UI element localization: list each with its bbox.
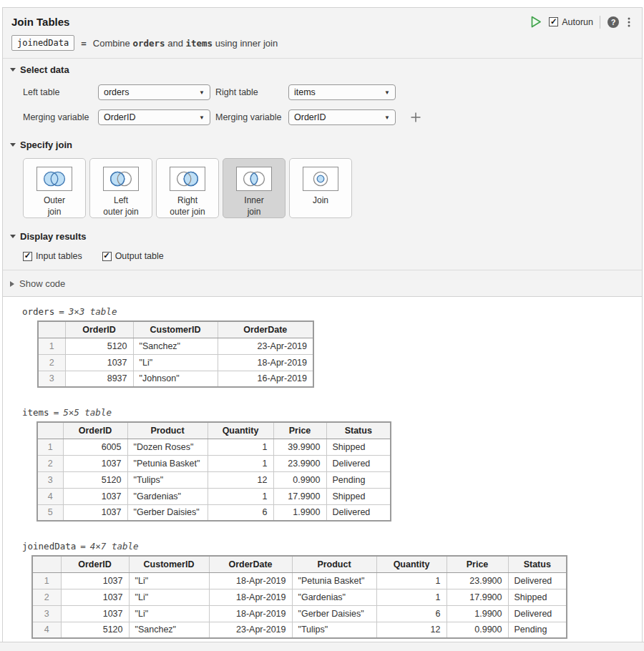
join-type-options: OuterjoinLeftouter joinRightouter joinIn… xyxy=(23,158,633,218)
table-label: orders=3×3 table xyxy=(22,306,642,317)
chevron-down-icon: ▼ xyxy=(384,114,390,121)
venn-icon-box xyxy=(236,167,272,191)
column-header xyxy=(32,556,61,572)
column-header xyxy=(38,321,65,338)
right-table-dropdown[interactable]: items ▼ xyxy=(288,84,396,100)
table-cell: 17.9900 xyxy=(447,589,508,605)
chevron-down-icon: ▼ xyxy=(199,114,205,121)
table-cell: "Li" xyxy=(129,605,209,622)
inner-join-button[interactable]: Innerjoin xyxy=(223,158,286,218)
collapse-triangle-icon xyxy=(10,68,16,72)
autorun-toggle[interactable]: ✓ Autorun xyxy=(549,17,593,27)
column-header: Status xyxy=(508,556,567,572)
chevron-down-icon: ▼ xyxy=(384,89,390,96)
column-header: CustomerID xyxy=(133,321,218,338)
table-cell: 1037 xyxy=(61,589,129,605)
left-merge-dropdown[interactable]: OrderID ▼ xyxy=(98,109,210,125)
task-header: Join Tables ✓ Autorun xyxy=(3,8,642,59)
table-cell: 1037 xyxy=(63,455,127,471)
kebab-menu-icon xyxy=(626,16,632,29)
left-table-dropdown[interactable]: orders ▼ xyxy=(98,84,210,100)
table-name: joinedData xyxy=(22,541,76,552)
table-cell: "Sanchez" xyxy=(133,338,218,354)
checkbox[interactable]: ✓ xyxy=(102,252,112,261)
table-cell: "Gardenias" xyxy=(127,488,208,504)
venn-icon-box xyxy=(36,167,72,191)
table-cell: 17.9900 xyxy=(273,488,326,504)
table-cell: Shipped xyxy=(326,439,391,455)
equals-sign: = xyxy=(81,38,87,49)
output-block-items: items=5×5 tableOrderIDProductQuantityPri… xyxy=(3,407,642,522)
table-cell: 18-Apr-2019 xyxy=(209,572,292,589)
table-cell: Delivered xyxy=(508,605,567,622)
checkbox[interactable]: ✓ xyxy=(23,252,32,261)
plus-icon xyxy=(409,111,422,124)
table-cell: Shipped xyxy=(508,589,567,605)
items-table: OrderIDProductQuantityPriceStatus16005"D… xyxy=(36,421,391,522)
add-merge-variable-button[interactable] xyxy=(401,111,430,124)
select-data-form: Left table orders ▼ Right table items ▼ … xyxy=(23,84,633,125)
right-merge-dropdown[interactable]: OrderID ▼ xyxy=(288,109,396,125)
table-cell: 1037 xyxy=(65,354,133,371)
joinedData-table: OrderIDCustomerIDOrderDateProductQuantit… xyxy=(31,555,567,639)
table-cell: 1 xyxy=(208,488,273,504)
column-header xyxy=(37,422,63,439)
column-header: OrderDate xyxy=(218,321,313,338)
select-data-section: Select data Left table orders ▼ Right ta… xyxy=(3,59,642,134)
column-header: Quantity xyxy=(208,422,273,439)
display-results-header[interactable]: Display results xyxy=(10,231,633,242)
task-menu-button[interactable] xyxy=(626,16,632,29)
table-cell: Pending xyxy=(508,622,567,638)
output-block-joinedData: joinedData=4×7 tableOrderIDCustomerIDOrd… xyxy=(3,541,642,639)
display-checkbox-input-tables[interactable]: ✓Input tables xyxy=(23,251,82,261)
output-variable-field[interactable]: joinedData xyxy=(11,35,74,51)
select-data-header[interactable]: Select data xyxy=(10,64,633,75)
join-option-label: Innerjoin xyxy=(244,195,263,217)
table-cell: 0.9900 xyxy=(273,471,326,488)
left-table-label: Left table xyxy=(23,87,98,97)
join-button[interactable]: Join xyxy=(289,158,352,218)
table-cell: 16-Apr-2019 xyxy=(218,371,313,387)
show-code-toggle[interactable]: Show code xyxy=(3,270,642,296)
table-cell: "Sanchez" xyxy=(129,622,209,638)
column-header: OrderID xyxy=(61,556,129,572)
svg-text:?: ? xyxy=(611,18,616,26)
table-cell: 1 xyxy=(376,572,447,589)
table-row: 41037"Gardenias"117.9900Shipped xyxy=(37,488,391,504)
display-checkbox-output-table[interactable]: ✓Output table xyxy=(102,251,164,261)
specify-join-header[interactable]: Specify join xyxy=(10,140,633,150)
table-cell: 18-Apr-2019 xyxy=(209,589,292,605)
table-cell: 0.9900 xyxy=(447,622,508,638)
right-table-label: Right table xyxy=(215,87,288,97)
table-cell: 8937 xyxy=(65,371,133,387)
parameter-panel: Join Tables ✓ Autorun xyxy=(3,8,642,296)
table-cell: 23-Apr-2019 xyxy=(209,622,292,638)
checkbox-label: Input tables xyxy=(36,251,82,261)
row-number: 1 xyxy=(37,439,63,455)
column-header: OrderID xyxy=(63,422,127,439)
run-button[interactable] xyxy=(529,15,542,29)
join-option-label: Leftouter join xyxy=(103,195,138,217)
right-outer-join-icon xyxy=(170,167,205,190)
left-outer-join-button[interactable]: Leftouter join xyxy=(89,158,152,218)
autorun-checkbox[interactable]: ✓ xyxy=(549,17,558,26)
column-header: Price xyxy=(273,422,326,439)
join-tables-task-widget: Join Tables ✓ Autorun xyxy=(2,7,643,642)
table-cell: "Petunia Basket" xyxy=(127,455,208,471)
right-outer-join-button[interactable]: Rightouter join xyxy=(156,158,219,218)
table-cell: 23.9900 xyxy=(447,572,508,589)
table-row: 21037"Petunia Basket"123.9900Delivered xyxy=(37,455,391,471)
table-cell: 23.9900 xyxy=(273,455,326,471)
right-merge-label: Merging variable xyxy=(215,112,288,122)
row-number: 4 xyxy=(37,488,63,504)
toolbar-divider xyxy=(600,16,600,29)
specify-join-section: Specify join OuterjoinLeftouter joinRigh… xyxy=(3,134,642,225)
table-dimensions: 4×7 table xyxy=(90,541,139,552)
outer-join-button[interactable]: Outerjoin xyxy=(23,158,86,218)
help-button[interactable]: ? xyxy=(607,16,620,29)
table-cell: "Dozen Roses" xyxy=(127,439,208,455)
table-cell: 1 xyxy=(376,589,447,605)
autorun-label: Autorun xyxy=(562,17,593,27)
table-cell: "Gerber Daisies" xyxy=(292,605,376,622)
help-icon: ? xyxy=(607,16,620,29)
